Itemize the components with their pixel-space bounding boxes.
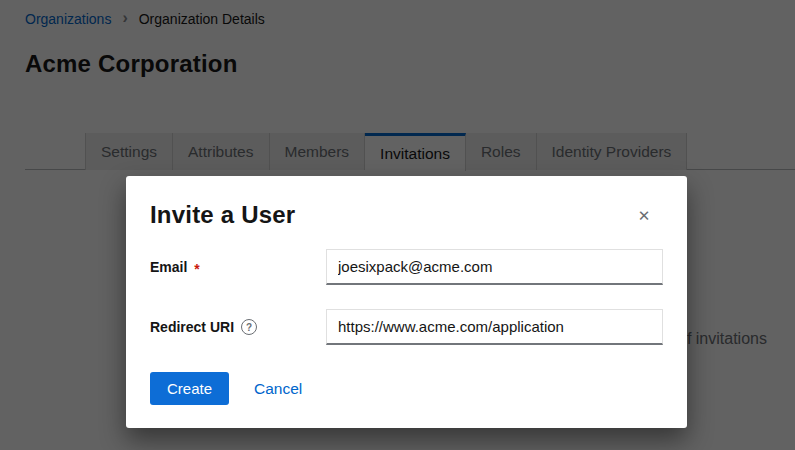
redirect-uri-field[interactable] (326, 309, 663, 345)
required-asterisk-icon: * (194, 261, 199, 277)
redirect-uri-form-row: Redirect URI ? (150, 309, 663, 345)
redirect-uri-label: Redirect URI ? (150, 319, 326, 335)
cancel-button[interactable]: Cancel (254, 380, 302, 398)
email-label: Email * (150, 259, 326, 275)
email-form-row: Email * (150, 249, 663, 285)
app-window: Organizations › Organization Details Acm… (0, 0, 795, 450)
email-label-text: Email (150, 259, 187, 275)
modal-title: Invite a User (150, 200, 663, 230)
email-field[interactable] (326, 249, 663, 285)
create-button[interactable]: Create (150, 372, 229, 405)
invite-user-modal: Invite a User ✕ Email * Redirect URI ? C… (126, 176, 687, 428)
modal-footer: Create Cancel (150, 372, 663, 405)
close-icon[interactable]: ✕ (633, 205, 655, 227)
redirect-uri-label-text: Redirect URI (150, 319, 234, 335)
modal-header: Invite a User ✕ (150, 200, 663, 230)
help-icon[interactable]: ? (241, 319, 257, 335)
